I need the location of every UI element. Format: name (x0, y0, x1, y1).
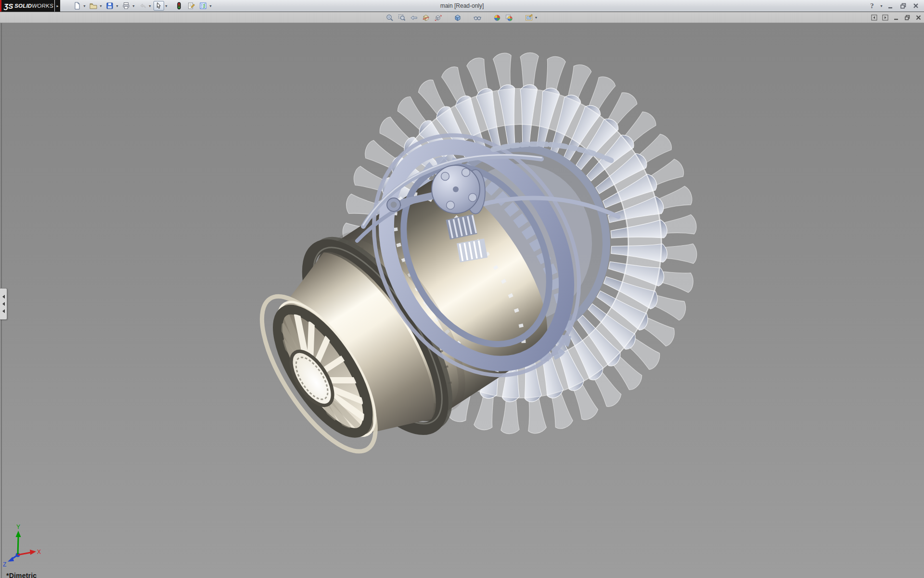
zoom-to-fit-button[interactable] (385, 13, 395, 23)
save-icon (106, 2, 114, 10)
heads-up-item-display-style (452, 13, 463, 23)
selection-filter-traffic-light-button[interactable] (174, 1, 184, 11)
help-dropdown-caret[interactable]: ▼ (879, 1, 884, 11)
main-toolbar-item-select-cursor: ▼ (154, 1, 168, 11)
document-window-controls (869, 12, 923, 23)
save-button[interactable] (104, 1, 115, 11)
view-settings-icon (525, 14, 533, 22)
document-title: main [Read-only] (440, 2, 484, 9)
section-view-button[interactable] (421, 13, 431, 23)
main-toolbar-item-selection-filter-traffic-light (174, 1, 184, 11)
arm-eyelet-hole (391, 202, 397, 208)
print-dropdown-caret[interactable]: ▼ (131, 1, 136, 11)
options-checklist-dropdown-caret[interactable]: ▼ (208, 1, 213, 11)
triad-z-label: Z (3, 561, 6, 568)
triad-y-arrow (16, 531, 21, 537)
heads-up-item-apply-scene (504, 13, 514, 23)
heads-up-item-zoom-to-area (397, 13, 407, 23)
select-cursor-dropdown-caret[interactable]: ▼ (164, 1, 168, 11)
print-icon (122, 2, 130, 10)
view-settings-button[interactable] (524, 13, 534, 23)
heads-up-item-view-settings: ▼ (524, 13, 539, 23)
select-cursor-button[interactable] (154, 1, 164, 11)
display-style-icon (454, 14, 462, 22)
section-view-icon (422, 14, 430, 22)
reference-triad: Y X Z (3, 524, 41, 568)
view-settings-dropdown-caret[interactable]: ▼ (534, 13, 539, 23)
solidworks-logo-mark: ƷS (4, 2, 13, 10)
solidworks-logo: ƷS SOLIDWORKS (0, 0, 54, 12)
graphics-viewport[interactable]: Y X Z *Dimetric (0, 23, 924, 578)
apply-scene-button[interactable] (504, 13, 514, 23)
new-document-button[interactable] (72, 1, 82, 11)
heads-up-toolbar-strip: ▼ (0, 12, 924, 23)
zoom-to-fit-icon (386, 14, 394, 22)
view-orientation-label: *Dimetric (6, 572, 37, 578)
doc-restore-button[interactable] (902, 13, 912, 22)
hide-show-items-button[interactable] (472, 13, 483, 23)
collapse-pane-left-button[interactable] (869, 13, 879, 22)
heads-up-item-previous-view (409, 13, 419, 23)
previous-view-icon (410, 14, 418, 22)
app-window-controls: ? ▼ (867, 0, 921, 12)
edit-appearance-icon (493, 14, 501, 22)
new-document-dropdown-caret[interactable]: ▼ (82, 1, 87, 11)
feature-tree-splitter-tab[interactable] (0, 288, 7, 320)
options-checklist-button[interactable] (198, 1, 208, 11)
boss-center-hole (453, 186, 459, 192)
selection-filter-traffic-light-icon (175, 2, 183, 10)
triad-x-label: X (37, 549, 41, 555)
heads-up-item-view-orientation (433, 13, 443, 23)
new-document-icon (73, 2, 81, 10)
heads-up-item-section-view (421, 13, 431, 23)
main-toolbar-item-save: ▼ (104, 1, 119, 11)
bolt (469, 194, 477, 202)
doc-close-button[interactable] (913, 13, 923, 22)
display-style-button[interactable] (452, 13, 463, 23)
design-binder-button[interactable] (186, 1, 196, 11)
zoom-to-area-icon (398, 14, 406, 22)
heads-up-item-hide-show-items (472, 13, 483, 23)
main-toolbar-item-design-binder (186, 1, 196, 11)
triad-y-label: Y (16, 524, 20, 530)
select-cursor-icon (155, 2, 163, 10)
open-button[interactable] (88, 1, 99, 11)
print-button[interactable] (121, 1, 131, 11)
main-toolbar-item-open: ▼ (88, 1, 103, 11)
close-button[interactable] (911, 1, 921, 11)
heads-up-item-edit-appearance (492, 13, 502, 23)
view-orientation-icon (434, 14, 442, 22)
restore-button[interactable] (898, 1, 909, 11)
design-binder-icon (187, 2, 195, 10)
bolt (447, 201, 455, 210)
title-bar: ƷS SOLIDWORKS ▸ ▼▼▼▼▼▼▼ main [Read-only]… (0, 0, 924, 12)
main-toolbar-item-undo: ▼ (137, 1, 152, 11)
expand-pane-right-button[interactable] (880, 13, 890, 22)
bolt (462, 169, 470, 177)
previous-view-button[interactable] (409, 13, 419, 23)
heads-up-view-toolbar: ▼ (0, 12, 924, 23)
minimize-button[interactable] (886, 1, 896, 11)
options-checklist-icon (199, 2, 207, 10)
help-button[interactable]: ? (867, 1, 877, 11)
zoom-to-area-button[interactable] (397, 13, 407, 23)
apply-scene-icon (505, 14, 513, 22)
triad-x-arrow (30, 550, 36, 555)
undo-button[interactable] (137, 1, 148, 11)
open-icon (90, 2, 97, 10)
main-toolbar: ▼▼▼▼▼▼▼ (72, 1, 214, 11)
menu-flyout-arrow-icon[interactable]: ▸ (55, 0, 60, 12)
heads-up-item-zoom-to-fit (385, 13, 395, 23)
save-dropdown-caret[interactable]: ▼ (115, 1, 119, 11)
main-toolbar-item-new-document: ▼ (72, 1, 87, 11)
undo-dropdown-caret[interactable]: ▼ (148, 1, 152, 11)
open-dropdown-caret[interactable]: ▼ (99, 1, 103, 11)
doc-minimize-button[interactable] (891, 13, 901, 22)
bolt (441, 172, 449, 181)
view-orientation-button[interactable] (433, 13, 443, 23)
jet-engine-model[interactable]: Y X Z (0, 23, 924, 578)
edit-appearance-button[interactable] (492, 13, 502, 23)
main-toolbar-item-options-checklist: ▼ (198, 1, 213, 11)
hide-show-items-icon (474, 14, 481, 22)
solidworks-logo-text: SOLIDWORKS (14, 3, 53, 9)
